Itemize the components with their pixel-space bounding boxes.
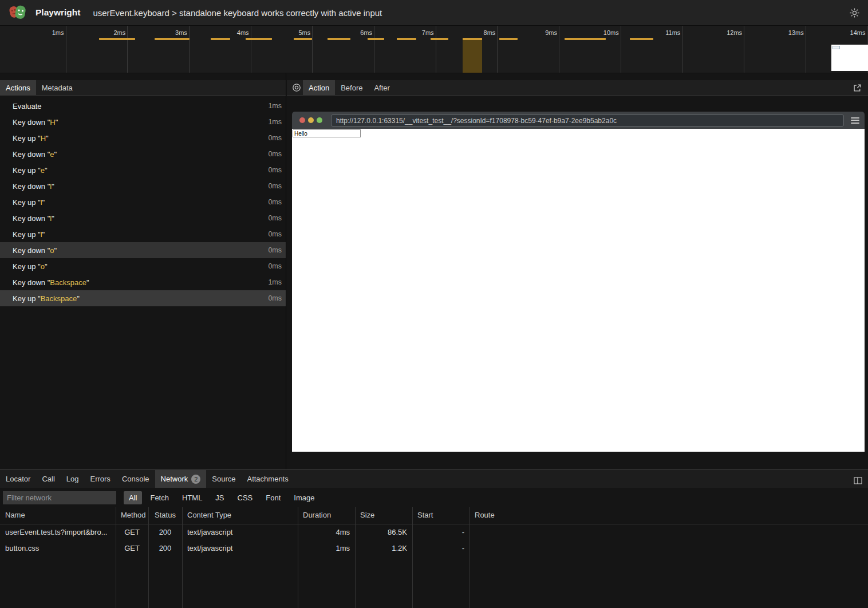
- action-title: Key up "e": [13, 166, 48, 175]
- tab-source[interactable]: Source: [206, 470, 241, 488]
- tab-label: Attachments: [247, 475, 288, 483]
- timeline-action-bar[interactable]: [211, 38, 230, 40]
- page-text-input[interactable]: [293, 129, 361, 137]
- action-duration: 1ms: [268, 102, 282, 110]
- timeline-action-bar[interactable]: [294, 38, 312, 40]
- filter-chip-html[interactable]: HTML: [177, 491, 207, 504]
- cell-name: userEvent.test.ts?import&bro...: [0, 524, 116, 540]
- action-row[interactable]: Key up "e"0ms: [0, 162, 286, 178]
- split-view-icon[interactable]: [851, 474, 864, 487]
- action-duration: 0ms: [268, 230, 282, 238]
- filter-chip-js[interactable]: JS: [210, 491, 229, 504]
- action-row[interactable]: Key up "l"0ms: [0, 226, 286, 242]
- tab-count-badge: 2: [191, 475, 200, 484]
- timeline-tick-label: 2ms: [113, 29, 125, 36]
- filter-chip-image[interactable]: Image: [289, 491, 319, 504]
- timeline-tick-cell[interactable]: 6ms: [313, 26, 374, 73]
- timeline-screencast-thumbnail[interactable]: [831, 45, 868, 71]
- timeline-action-bar[interactable]: [155, 38, 190, 40]
- tab-after[interactable]: After: [368, 80, 395, 95]
- timeline-tick-cell[interactable]: 9ms: [498, 26, 559, 73]
- action-row[interactable]: Key down "H"1ms: [0, 114, 286, 130]
- timeline-action-bar[interactable]: [630, 38, 653, 40]
- timeline-tick-label: 12ms: [727, 29, 742, 36]
- timeline-tick-cell[interactable]: 5ms: [251, 26, 313, 73]
- action-row[interactable]: Key down "l"0ms: [0, 178, 286, 194]
- traffic-light-dots: [299, 117, 322, 123]
- filter-chip-font[interactable]: Font: [261, 491, 286, 504]
- actions-panel: ActionsMetadata Evaluate1msKey down "H"1…: [0, 73, 286, 469]
- timeline-action-bar[interactable]: [328, 38, 350, 40]
- pick-locator-icon[interactable]: [290, 81, 303, 94]
- timeline-tick-cell[interactable]: 1ms: [0, 26, 66, 73]
- action-row[interactable]: Key up "Backspace"0ms: [0, 290, 286, 306]
- timeline-tick-cell[interactable]: 13ms: [744, 26, 806, 73]
- action-title: Key down "l": [13, 214, 54, 223]
- hamburger-menu-icon[interactable]: [851, 117, 859, 124]
- tab-log[interactable]: Log: [61, 470, 85, 488]
- network-request-row[interactable]: button.cssGET200text/javascript1ms1.2K-: [0, 540, 868, 556]
- network-filter-input[interactable]: [3, 491, 116, 504]
- cell-size: 86.5K: [355, 524, 412, 540]
- action-key: Backspace: [50, 278, 86, 287]
- action-key: Backspace: [41, 294, 77, 303]
- timeline-action-bar[interactable]: [368, 38, 384, 40]
- timeline-tick-cell[interactable]: 3ms: [128, 26, 190, 73]
- playwright-logo-icon: [8, 3, 27, 22]
- timeline-tick-cell[interactable]: 12ms: [682, 26, 744, 73]
- timeline-tick-cell[interactable]: 2ms: [66, 26, 128, 73]
- timeline-action-bar[interactable]: [499, 38, 518, 40]
- timeline-tick-cell[interactable]: 4ms: [190, 26, 251, 73]
- details-panel-tabbar: LocatorCallLogErrorsConsoleNetwork2Sourc…: [0, 470, 868, 488]
- action-key: e: [50, 150, 54, 159]
- tab-label: Before: [341, 84, 362, 92]
- filter-chip-fetch[interactable]: Fetch: [145, 491, 174, 504]
- settings-gear-icon[interactable]: [849, 7, 860, 18]
- tab-before[interactable]: Before: [335, 80, 368, 95]
- timeline-tick-cell[interactable]: 7ms: [374, 26, 436, 73]
- tab-console[interactable]: Console: [116, 470, 155, 488]
- tab-label: Errors: [90, 475, 110, 483]
- tab-errors[interactable]: Errors: [84, 470, 116, 488]
- action-row[interactable]: Key down "Backspace"1ms: [0, 274, 286, 290]
- tab-action[interactable]: Action: [303, 80, 335, 95]
- cell-content-type: text/javascript: [182, 540, 298, 556]
- open-external-icon[interactable]: [851, 81, 863, 94]
- tab-attachments[interactable]: Attachments: [241, 470, 294, 488]
- filter-chip-css[interactable]: CSS: [232, 491, 258, 504]
- action-row[interactable]: Key up "o"0ms: [0, 258, 286, 274]
- timeline-tick-label: 11ms: [665, 29, 680, 36]
- tab-actions[interactable]: Actions: [0, 80, 36, 95]
- action-title: Key up "H": [13, 134, 49, 143]
- action-row[interactable]: Key down "o"0ms: [0, 242, 286, 258]
- tab-label: After: [374, 84, 389, 92]
- timeline-tick-cell[interactable]: 11ms: [621, 26, 683, 73]
- timeline-action-bar[interactable]: [246, 38, 272, 40]
- timeline-action-bar[interactable]: [99, 38, 135, 40]
- tab-locator[interactable]: Locator: [0, 470, 36, 488]
- timeline-tick-cell[interactable]: 10ms: [559, 26, 621, 73]
- network-request-row[interactable]: userEvent.test.ts?import&bro...GET200tex…: [0, 524, 868, 540]
- action-duration: 0ms: [268, 182, 282, 190]
- action-key: l: [50, 182, 52, 191]
- action-title: Key down "Backspace": [13, 278, 89, 287]
- tab-call[interactable]: Call: [36, 470, 60, 488]
- filter-chip-all[interactable]: All: [124, 491, 142, 504]
- action-duration: 0ms: [268, 214, 282, 222]
- timeline-action-bar[interactable]: [397, 38, 416, 40]
- cell-duration: 4ms: [298, 524, 355, 540]
- action-row[interactable]: Key up "H"0ms: [0, 130, 286, 146]
- tab-network[interactable]: Network2: [155, 470, 207, 488]
- action-key: o: [41, 262, 45, 271]
- tab-metadata[interactable]: Metadata: [36, 80, 78, 95]
- timeline-ruler[interactable]: 1ms2ms3ms4ms5ms6ms7ms8ms9ms10ms11ms12ms1…: [0, 26, 868, 73]
- timeline-action-bar[interactable]: [565, 38, 606, 40]
- timeline-action-bar[interactable]: [431, 38, 448, 40]
- action-row[interactable]: Key down "l"0ms: [0, 210, 286, 226]
- timeline-selection[interactable]: [463, 40, 482, 73]
- action-row[interactable]: Key up "l"0ms: [0, 194, 286, 210]
- action-row[interactable]: Key down "e"0ms: [0, 146, 286, 162]
- action-duration: 1ms: [268, 118, 282, 126]
- cell-content-type: text/javascript: [182, 524, 298, 540]
- action-row[interactable]: Evaluate1ms: [0, 98, 286, 114]
